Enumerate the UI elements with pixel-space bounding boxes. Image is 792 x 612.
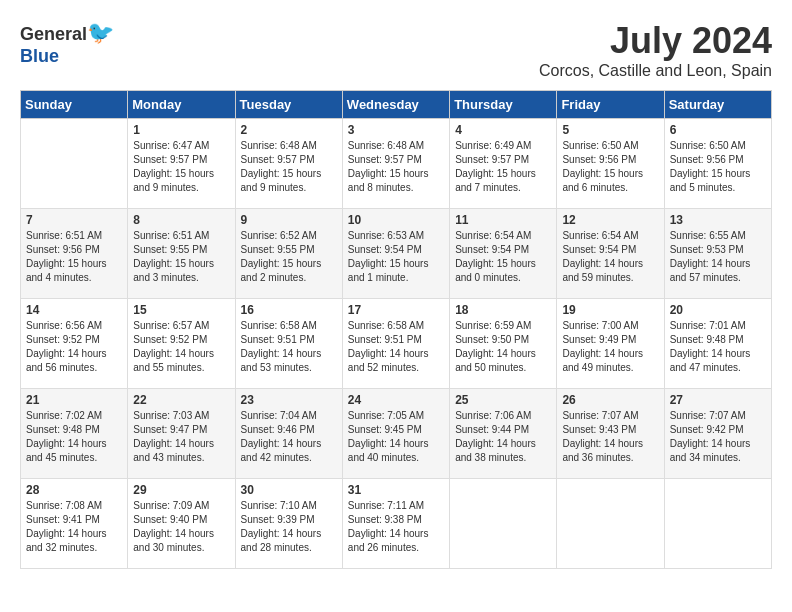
calendar-cell: 2Sunrise: 6:48 AMSunset: 9:57 PMDaylight… [235,119,342,209]
day-info: Sunrise: 7:07 AMSunset: 9:42 PMDaylight:… [670,409,766,465]
calendar-week-row: 14Sunrise: 6:56 AMSunset: 9:52 PMDayligh… [21,299,772,389]
day-number: 30 [241,483,337,497]
day-info: Sunrise: 6:54 AMSunset: 9:54 PMDaylight:… [562,229,658,285]
calendar-cell: 16Sunrise: 6:58 AMSunset: 9:51 PMDayligh… [235,299,342,389]
calendar-cell: 26Sunrise: 7:07 AMSunset: 9:43 PMDayligh… [557,389,664,479]
calendar-header-row: SundayMondayTuesdayWednesdayThursdayFrid… [21,91,772,119]
day-info: Sunrise: 6:52 AMSunset: 9:55 PMDaylight:… [241,229,337,285]
day-info: Sunrise: 7:06 AMSunset: 9:44 PMDaylight:… [455,409,551,465]
day-number: 29 [133,483,229,497]
day-number: 17 [348,303,444,317]
day-number: 27 [670,393,766,407]
day-number: 23 [241,393,337,407]
calendar-cell: 17Sunrise: 6:58 AMSunset: 9:51 PMDayligh… [342,299,449,389]
calendar-cell [664,479,771,569]
calendar-cell: 25Sunrise: 7:06 AMSunset: 9:44 PMDayligh… [450,389,557,479]
day-number: 11 [455,213,551,227]
day-number: 25 [455,393,551,407]
logo: General🐦 Blue [20,20,114,67]
day-info: Sunrise: 7:01 AMSunset: 9:48 PMDaylight:… [670,319,766,375]
calendar-cell: 28Sunrise: 7:08 AMSunset: 9:41 PMDayligh… [21,479,128,569]
calendar-cell: 4Sunrise: 6:49 AMSunset: 9:57 PMDaylight… [450,119,557,209]
calendar-cell: 7Sunrise: 6:51 AMSunset: 9:56 PMDaylight… [21,209,128,299]
day-number: 28 [26,483,122,497]
calendar-cell: 5Sunrise: 6:50 AMSunset: 9:56 PMDaylight… [557,119,664,209]
day-info: Sunrise: 6:49 AMSunset: 9:57 PMDaylight:… [455,139,551,195]
day-of-week-header: Sunday [21,91,128,119]
day-info: Sunrise: 6:54 AMSunset: 9:54 PMDaylight:… [455,229,551,285]
day-number: 3 [348,123,444,137]
calendar-cell: 30Sunrise: 7:10 AMSunset: 9:39 PMDayligh… [235,479,342,569]
day-info: Sunrise: 7:04 AMSunset: 9:46 PMDaylight:… [241,409,337,465]
day-info: Sunrise: 7:07 AMSunset: 9:43 PMDaylight:… [562,409,658,465]
day-info: Sunrise: 6:58 AMSunset: 9:51 PMDaylight:… [241,319,337,375]
day-number: 15 [133,303,229,317]
day-number: 12 [562,213,658,227]
calendar-cell: 18Sunrise: 6:59 AMSunset: 9:50 PMDayligh… [450,299,557,389]
day-number: 26 [562,393,658,407]
day-info: Sunrise: 6:56 AMSunset: 9:52 PMDaylight:… [26,319,122,375]
day-info: Sunrise: 6:53 AMSunset: 9:54 PMDaylight:… [348,229,444,285]
day-info: Sunrise: 6:50 AMSunset: 9:56 PMDaylight:… [562,139,658,195]
day-number: 1 [133,123,229,137]
calendar-table: SundayMondayTuesdayWednesdayThursdayFrid… [20,90,772,569]
day-info: Sunrise: 6:58 AMSunset: 9:51 PMDaylight:… [348,319,444,375]
logo-general: General [20,24,87,44]
day-number: 24 [348,393,444,407]
day-number: 2 [241,123,337,137]
logo-blue: Blue [20,46,59,66]
day-info: Sunrise: 7:03 AMSunset: 9:47 PMDaylight:… [133,409,229,465]
day-of-week-header: Thursday [450,91,557,119]
day-info: Sunrise: 7:05 AMSunset: 9:45 PMDaylight:… [348,409,444,465]
calendar-week-row: 7Sunrise: 6:51 AMSunset: 9:56 PMDaylight… [21,209,772,299]
day-of-week-header: Monday [128,91,235,119]
calendar-cell [557,479,664,569]
day-info: Sunrise: 6:48 AMSunset: 9:57 PMDaylight:… [241,139,337,195]
calendar-cell: 11Sunrise: 6:54 AMSunset: 9:54 PMDayligh… [450,209,557,299]
day-number: 8 [133,213,229,227]
calendar-cell: 21Sunrise: 7:02 AMSunset: 9:48 PMDayligh… [21,389,128,479]
day-number: 7 [26,213,122,227]
calendar-cell: 22Sunrise: 7:03 AMSunset: 9:47 PMDayligh… [128,389,235,479]
day-number: 31 [348,483,444,497]
day-number: 20 [670,303,766,317]
calendar-week-row: 28Sunrise: 7:08 AMSunset: 9:41 PMDayligh… [21,479,772,569]
day-info: Sunrise: 7:00 AMSunset: 9:49 PMDaylight:… [562,319,658,375]
calendar-cell: 6Sunrise: 6:50 AMSunset: 9:56 PMDaylight… [664,119,771,209]
calendar-cell: 31Sunrise: 7:11 AMSunset: 9:38 PMDayligh… [342,479,449,569]
calendar-cell [450,479,557,569]
day-info: Sunrise: 7:08 AMSunset: 9:41 PMDaylight:… [26,499,122,555]
calendar-cell: 14Sunrise: 6:56 AMSunset: 9:52 PMDayligh… [21,299,128,389]
calendar-cell [21,119,128,209]
day-info: Sunrise: 6:48 AMSunset: 9:57 PMDaylight:… [348,139,444,195]
calendar-week-row: 1Sunrise: 6:47 AMSunset: 9:57 PMDaylight… [21,119,772,209]
day-info: Sunrise: 6:51 AMSunset: 9:55 PMDaylight:… [133,229,229,285]
day-info: Sunrise: 6:51 AMSunset: 9:56 PMDaylight:… [26,229,122,285]
calendar-cell: 24Sunrise: 7:05 AMSunset: 9:45 PMDayligh… [342,389,449,479]
logo-bird-icon: 🐦 [87,20,114,45]
day-number: 9 [241,213,337,227]
calendar-week-row: 21Sunrise: 7:02 AMSunset: 9:48 PMDayligh… [21,389,772,479]
calendar-cell: 12Sunrise: 6:54 AMSunset: 9:54 PMDayligh… [557,209,664,299]
day-number: 5 [562,123,658,137]
calendar-cell: 15Sunrise: 6:57 AMSunset: 9:52 PMDayligh… [128,299,235,389]
day-info: Sunrise: 6:59 AMSunset: 9:50 PMDaylight:… [455,319,551,375]
calendar-cell: 13Sunrise: 6:55 AMSunset: 9:53 PMDayligh… [664,209,771,299]
page-header: General🐦 Blue July 2024 Corcos, Castille… [20,20,772,80]
day-number: 19 [562,303,658,317]
calendar-cell: 10Sunrise: 6:53 AMSunset: 9:54 PMDayligh… [342,209,449,299]
day-number: 18 [455,303,551,317]
day-info: Sunrise: 7:09 AMSunset: 9:40 PMDaylight:… [133,499,229,555]
calendar-cell: 8Sunrise: 6:51 AMSunset: 9:55 PMDaylight… [128,209,235,299]
calendar-cell: 3Sunrise: 6:48 AMSunset: 9:57 PMDaylight… [342,119,449,209]
day-of-week-header: Tuesday [235,91,342,119]
day-info: Sunrise: 7:11 AMSunset: 9:38 PMDaylight:… [348,499,444,555]
day-info: Sunrise: 6:47 AMSunset: 9:57 PMDaylight:… [133,139,229,195]
day-number: 6 [670,123,766,137]
day-number: 4 [455,123,551,137]
day-number: 22 [133,393,229,407]
calendar-cell: 1Sunrise: 6:47 AMSunset: 9:57 PMDaylight… [128,119,235,209]
month-year-title: July 2024 [539,20,772,62]
location-subtitle: Corcos, Castille and Leon, Spain [539,62,772,80]
calendar-cell: 19Sunrise: 7:00 AMSunset: 9:49 PMDayligh… [557,299,664,389]
